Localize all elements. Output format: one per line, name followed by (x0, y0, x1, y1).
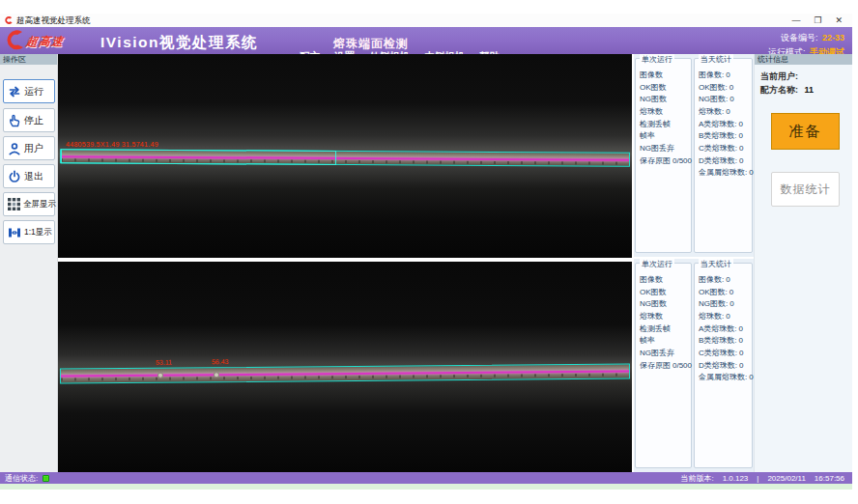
measurement-label: 53.11 (156, 359, 172, 366)
stop-icon (8, 114, 21, 127)
stat-row: OK图数:0 (699, 286, 749, 298)
group-title: 单次运行 (640, 259, 674, 269)
device-id-label: 设备编号: (781, 33, 818, 42)
camera1-detection-box (61, 149, 336, 165)
daily-stats-group: 当天统计 图像数:0OK图数:0NG图数:0熔珠数:0A类熔珠数:0B类熔珠数:… (694, 263, 753, 468)
sidebar-title: 操作区 (0, 54, 57, 65)
stat-row: D类熔珠数:0 (699, 359, 749, 372)
bottom-strip (0, 484, 852, 490)
stat-row: 图像数:0 (699, 69, 749, 81)
stat-row: C类熔珠数:0 (699, 347, 749, 359)
camera2-strip-overlay: 53.11 56.43 (60, 363, 630, 383)
fullscreen-icon (8, 198, 20, 210)
version-label: 当前版本: (680, 473, 713, 484)
daily-stats-group: 当天统计 图像数:0OK图数:0NG图数:0熔珠数:0A类熔珠数:0B类熔珠数:… (694, 58, 753, 253)
camera1-stats-panel: 单次运行 图像数OK图数NG图数熔珠数检测丢帧帧率NG图丢弃保存原图0/500 … (634, 54, 754, 257)
device-id-value: 22-33 (822, 33, 844, 42)
status-bar: 通信状态: 当前版本: 1.0.123 | 2025/02/11 16:57:5… (0, 472, 852, 484)
main-area: 操作区 运行 停止 (0, 54, 852, 472)
recipe-label: 配方名称: (760, 85, 798, 95)
stat-row: 保存原图0/500 (640, 359, 688, 372)
stat-row: NG图丢弃 (640, 347, 688, 359)
recipe-row: 配方名称: 11 (760, 84, 814, 97)
stat-row: 熔珠数 (640, 105, 688, 118)
outer-camera-view: 4480539.5X1.49 31.5741.49 (58, 54, 632, 258)
status-time: 16:57:56 (815, 474, 844, 483)
user-button[interactable]: 用户 (3, 136, 55, 160)
brand-name: 超高速 (25, 34, 65, 50)
camera1-annotation: 4480539.5X1.49 31.5741.49 (66, 141, 158, 148)
recipe-value: 11 (805, 85, 815, 95)
brand-swoosh-icon (5, 29, 26, 52)
stat-row: 熔珠数:0 (699, 105, 749, 118)
current-user-row: 当前用户: (760, 70, 802, 83)
window-titlebar: 超高速视觉处理系统 — ❐ ✕ (0, 14, 852, 27)
exit-button[interactable]: 退出 (3, 164, 55, 188)
stat-row: 熔珠数 (640, 310, 688, 322)
camera2-stats-panel: 单次运行 图像数OK图数NG图数熔珠数检测丢帧帧率NG图丢弃保存原图0/500 … (634, 257, 754, 472)
version-value: 1.0.123 (723, 474, 749, 483)
run-icon (8, 85, 21, 98)
info-panel-title: 统计信息 (755, 54, 852, 65)
separator: | (757, 474, 758, 483)
data-statistics-button[interactable]: 数据统计 (771, 172, 840, 207)
minimize-button[interactable]: — (791, 14, 800, 27)
app-header: 超高速 IVision视觉处理系统 熔珠端面检测 配方设置外侧相机内侧相机帮助 … (0, 27, 852, 54)
measurement-dot (157, 373, 163, 378)
stat-row: A类熔珠数:0 (699, 322, 749, 335)
one-to-one-icon (8, 226, 21, 239)
stat-row: NG图丢弃 (640, 142, 688, 154)
comm-status-indicator (43, 475, 49, 482)
stat-row: 帧率 (640, 129, 688, 142)
stat-row: 图像数 (640, 273, 688, 286)
close-button[interactable]: ✕ (835, 14, 843, 27)
window-title: 超高速视觉处理系统 (16, 15, 91, 27)
desktop: 超高速视觉处理系统 — ❐ ✕ 超高速 IVision视觉处理系统 熔珠端面检测… (0, 0, 858, 504)
stat-row: A类熔珠数:0 (699, 118, 749, 130)
statistics-column: 单次运行 图像数OK图数NG图数熔珠数检测丢帧帧率NG图丢弃保存原图0/500 … (634, 54, 754, 472)
stat-row: D类熔珠数:0 (699, 154, 749, 167)
app-logo-icon (4, 15, 14, 25)
status-date: 2025/02/11 (767, 474, 805, 483)
stop-button[interactable]: 停止 (3, 108, 55, 132)
stat-row: 检测丢帧 (640, 322, 688, 335)
measurement-dot (214, 372, 219, 378)
group-title: 当天统计 (699, 54, 733, 65)
single-run-group: 单次运行 图像数OK图数NG图数熔珠数检测丢帧帧率NG图丢弃保存原图0/500 (635, 263, 692, 468)
operation-sidebar: 操作区 运行 停止 (0, 54, 58, 472)
stat-row: 图像数 (640, 69, 688, 81)
stat-row: 金属屑熔珠数:0 (699, 167, 749, 180)
stat-row: NG图数:0 (699, 93, 749, 105)
app-title: IVision视觉处理系统 (100, 33, 258, 53)
single-run-group: 单次运行 图像数OK图数NG图数熔珠数检测丢帧帧率NG图丢弃保存原图0/500 (635, 58, 692, 253)
stat-row: NG图数:0 (699, 297, 749, 310)
exit-icon (8, 170, 21, 183)
fullscreen-button[interactable]: 全屏显示 (3, 192, 55, 216)
stat-row: 保存原图0/500 (640, 154, 688, 167)
camera1-strip-overlay (60, 149, 630, 167)
stat-row: 检测丢帧 (640, 118, 688, 130)
prepare-button[interactable]: 准备 (771, 113, 840, 150)
measurement-label: 56.43 (212, 358, 229, 365)
stat-row: 帧率 (640, 334, 688, 347)
user-icon (8, 142, 21, 155)
stat-row: OK图数:0 (699, 81, 749, 94)
app-window: 超高速视觉处理系统 — ❐ ✕ 超高速 IVision视觉处理系统 熔珠端面检测… (0, 14, 852, 490)
inner-camera-view: 53.11 56.43 (58, 262, 632, 472)
comm-status-label: 通信状态: (5, 473, 38, 484)
stat-row: OK图数 (640, 81, 688, 94)
restore-button[interactable]: ❐ (814, 14, 821, 27)
info-panel: 统计信息 当前用户: 配方名称: 11 准备 数据统计 (754, 54, 852, 472)
stat-row: B类熔珠数:0 (699, 129, 749, 142)
current-user-label: 当前用户: (760, 71, 798, 81)
stat-row: NG图数 (640, 297, 688, 310)
group-title: 当天统计 (699, 259, 733, 269)
stat-row: OK图数 (640, 286, 688, 298)
stat-row: 图像数:0 (699, 273, 749, 286)
one-to-one-button[interactable]: 1:1显示 (3, 220, 55, 244)
stat-row: 熔珠数:0 (699, 310, 749, 322)
stat-row: 金属屑熔珠数:0 (699, 372, 749, 384)
stat-row: B类熔珠数:0 (699, 334, 749, 347)
run-button[interactable]: 运行 (3, 79, 55, 103)
stat-row: NG图数 (640, 93, 688, 105)
